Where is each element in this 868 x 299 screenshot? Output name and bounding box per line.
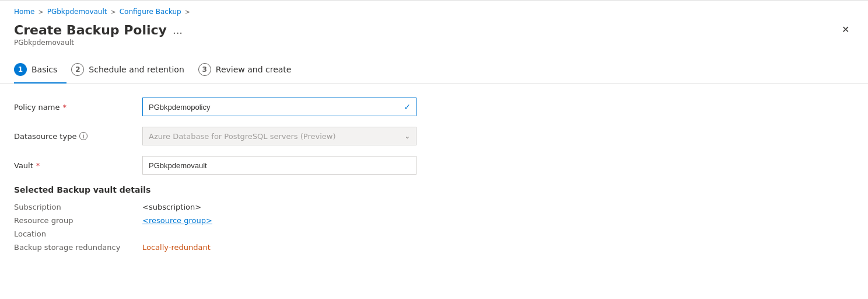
- policy-name-input-container: ✓: [142, 98, 416, 116]
- datasource-select: Azure Database for PostgreSQL servers (P…: [142, 127, 416, 145]
- detail-value-redundancy: Locally-redundant: [142, 243, 211, 252]
- breadcrumb: Home > PGbkpdemovault > Configure Backup…: [0, 1, 868, 18]
- tab-label-review: Review and create: [216, 65, 292, 74]
- page-title-area: Create Backup Policy ... PGbkpdemovault: [14, 23, 183, 47]
- detail-label-subscription: Subscription: [14, 203, 142, 211]
- page-title-text: Create Backup Policy: [14, 23, 167, 37]
- tab-num-2: 2: [71, 63, 84, 76]
- datasource-value: Azure Database for PostgreSQL servers (P…: [149, 132, 336, 141]
- vault-details-title: Selected Backup vault details: [14, 185, 854, 194]
- label-datasource-text: Datasource type: [14, 132, 76, 141]
- detail-label-redundancy: Backup storage redundancy: [14, 243, 142, 252]
- tab-review[interactable]: 3 Review and create: [198, 58, 301, 83]
- check-icon: ✓: [404, 102, 411, 112]
- tab-num-1: 1: [14, 63, 27, 76]
- datasource-wrapper: Azure Database for PostgreSQL servers (P…: [142, 127, 416, 145]
- detail-redundancy: Backup storage redundancy Locally-redund…: [14, 243, 854, 252]
- detail-value-resource-group[interactable]: <resource group>: [142, 216, 212, 225]
- tab-label-schedule: Schedule and retention: [89, 65, 184, 74]
- page-subtitle: PGbkpdemovault: [14, 39, 183, 47]
- policy-name-input[interactable]: [142, 98, 416, 116]
- label-vault-text: Vault: [14, 161, 33, 170]
- page-header: Create Backup Policy ... PGbkpdemovault …: [0, 18, 868, 49]
- vault-wrapper: [142, 156, 416, 175]
- tab-num-3: 3: [198, 63, 211, 76]
- vault-input[interactable]: [142, 156, 416, 175]
- label-policy-name-text: Policy name: [14, 103, 60, 112]
- detail-value-subscription: <subscription>: [142, 203, 201, 211]
- datasource-chevron: ⌄: [405, 133, 410, 140]
- tab-basics[interactable]: 1 Basics: [14, 58, 66, 83]
- detail-label-location: Location: [14, 230, 142, 238]
- page-title: Create Backup Policy ...: [14, 23, 183, 37]
- label-policy-name: Policy name *: [14, 103, 142, 112]
- required-star-vault: *: [36, 161, 40, 170]
- breadcrumb-vault[interactable]: PGbkpdemovault: [47, 8, 107, 16]
- breadcrumb-sep-2: >: [111, 8, 116, 16]
- detail-label-resource-group: Resource group: [14, 216, 142, 225]
- policy-name-wrapper: ✓: [142, 98, 416, 116]
- tab-label-basics: Basics: [32, 65, 57, 74]
- tabs-container: 1 Basics 2 Schedule and retention 3 Revi…: [0, 49, 868, 84]
- required-star-policy: *: [62, 103, 66, 112]
- detail-location: Location: [14, 230, 854, 238]
- breadcrumb-sep-1: >: [38, 8, 43, 16]
- form-row-datasource: Datasource type i Azure Database for Pos…: [14, 127, 854, 145]
- datasource-info-icon[interactable]: i: [79, 132, 88, 140]
- vault-details-section: Selected Backup vault details Subscripti…: [14, 185, 854, 252]
- label-datasource: Datasource type i: [14, 132, 142, 141]
- label-vault: Vault *: [14, 161, 142, 170]
- breadcrumb-configure[interactable]: Configure Backup: [120, 8, 181, 16]
- page-wrapper: Home > PGbkpdemovault > Configure Backup…: [0, 0, 868, 299]
- close-button[interactable]: ✕: [837, 23, 854, 37]
- form-row-vault: Vault *: [14, 156, 854, 175]
- tab-schedule[interactable]: 2 Schedule and retention: [71, 58, 193, 83]
- page-title-ellipsis[interactable]: ...: [173, 24, 183, 36]
- detail-subscription: Subscription <subscription>: [14, 203, 854, 211]
- detail-resource-group: Resource group <resource group>: [14, 216, 854, 225]
- breadcrumb-sep-3: >: [185, 8, 190, 16]
- content-area: Policy name * ✓ Datasource type i Azure …: [0, 84, 868, 270]
- breadcrumb-home[interactable]: Home: [14, 8, 34, 16]
- form-row-policy-name: Policy name * ✓: [14, 98, 854, 116]
